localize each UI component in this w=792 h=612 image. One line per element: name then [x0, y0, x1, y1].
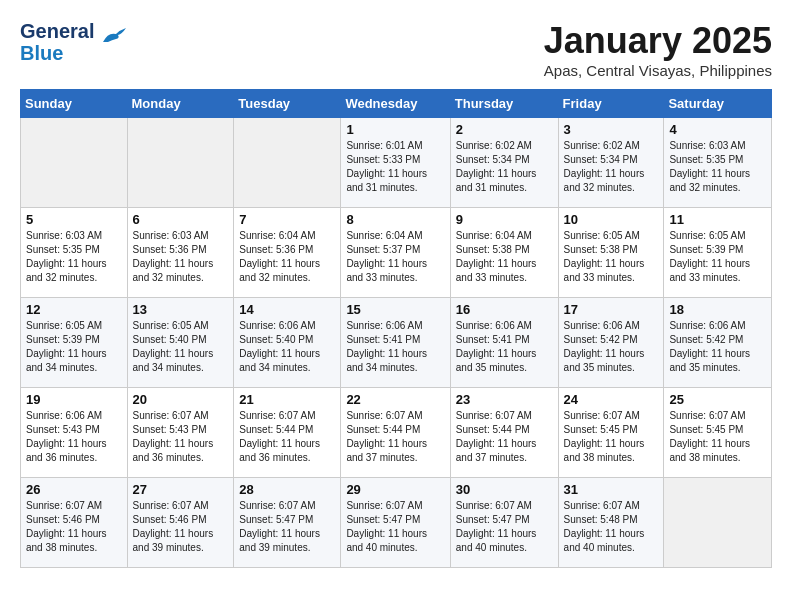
sunset-text: Sunset: 5:37 PM: [346, 244, 420, 255]
logo-text-general: General: [20, 20, 94, 42]
sunset-text: Sunset: 5:35 PM: [26, 244, 100, 255]
header-cell-monday: Monday: [127, 90, 234, 118]
sunrise-text: Sunrise: 6:03 AM: [133, 230, 209, 241]
sunrise-text: Sunrise: 6:07 AM: [133, 500, 209, 511]
sunset-text: Sunset: 5:38 PM: [456, 244, 530, 255]
day-info: Sunrise: 6:07 AMSunset: 5:43 PMDaylight:…: [133, 409, 229, 465]
day-info: Sunrise: 6:07 AMSunset: 5:44 PMDaylight:…: [346, 409, 444, 465]
sunrise-text: Sunrise: 6:03 AM: [26, 230, 102, 241]
header-cell-thursday: Thursday: [450, 90, 558, 118]
sunrise-text: Sunrise: 6:06 AM: [564, 320, 640, 331]
daylight-text: Daylight: 11 hours and 33 minutes.: [669, 258, 750, 283]
sunrise-text: Sunrise: 6:07 AM: [133, 410, 209, 421]
sunrise-text: Sunrise: 6:04 AM: [456, 230, 532, 241]
sunset-text: Sunset: 5:34 PM: [456, 154, 530, 165]
calendar-cell: 21Sunrise: 6:07 AMSunset: 5:44 PMDayligh…: [234, 388, 341, 478]
day-number: 25: [669, 392, 766, 407]
day-number: 16: [456, 302, 553, 317]
day-info: Sunrise: 6:07 AMSunset: 5:45 PMDaylight:…: [564, 409, 659, 465]
sunrise-text: Sunrise: 6:06 AM: [456, 320, 532, 331]
sunrise-text: Sunrise: 6:04 AM: [346, 230, 422, 241]
sunset-text: Sunset: 5:44 PM: [456, 424, 530, 435]
sunset-text: Sunset: 5:45 PM: [669, 424, 743, 435]
calendar-week-row: 19Sunrise: 6:06 AMSunset: 5:43 PMDayligh…: [21, 388, 772, 478]
day-info: Sunrise: 6:07 AMSunset: 5:44 PMDaylight:…: [239, 409, 335, 465]
calendar-cell: 23Sunrise: 6:07 AMSunset: 5:44 PMDayligh…: [450, 388, 558, 478]
sunset-text: Sunset: 5:46 PM: [133, 514, 207, 525]
day-info: Sunrise: 6:06 AMSunset: 5:41 PMDaylight:…: [456, 319, 553, 375]
day-number: 21: [239, 392, 335, 407]
sunset-text: Sunset: 5:35 PM: [669, 154, 743, 165]
sunrise-text: Sunrise: 6:07 AM: [346, 410, 422, 421]
calendar-title: January 2025: [544, 20, 772, 62]
day-number: 24: [564, 392, 659, 407]
sunrise-text: Sunrise: 6:05 AM: [26, 320, 102, 331]
day-number: 26: [26, 482, 122, 497]
sunrise-text: Sunrise: 6:06 AM: [239, 320, 315, 331]
sunset-text: Sunset: 5:43 PM: [26, 424, 100, 435]
daylight-text: Daylight: 11 hours and 32 minutes.: [564, 168, 645, 193]
sunrise-text: Sunrise: 6:07 AM: [239, 410, 315, 421]
sunset-text: Sunset: 5:39 PM: [669, 244, 743, 255]
page-header: General Blue January 2025 Apas, Central …: [20, 20, 772, 79]
sunset-text: Sunset: 5:47 PM: [346, 514, 420, 525]
daylight-text: Daylight: 11 hours and 32 minutes.: [26, 258, 107, 283]
day-number: 11: [669, 212, 766, 227]
day-number: 17: [564, 302, 659, 317]
calendar-cell: 16Sunrise: 6:06 AMSunset: 5:41 PMDayligh…: [450, 298, 558, 388]
sunset-text: Sunset: 5:36 PM: [239, 244, 313, 255]
sunrise-text: Sunrise: 6:07 AM: [564, 500, 640, 511]
sunrise-text: Sunrise: 6:05 AM: [564, 230, 640, 241]
calendar-cell: 8Sunrise: 6:04 AMSunset: 5:37 PMDaylight…: [341, 208, 450, 298]
header-cell-friday: Friday: [558, 90, 664, 118]
calendar-cell: 20Sunrise: 6:07 AMSunset: 5:43 PMDayligh…: [127, 388, 234, 478]
calendar-cell: 15Sunrise: 6:06 AMSunset: 5:41 PMDayligh…: [341, 298, 450, 388]
daylight-text: Daylight: 11 hours and 31 minutes.: [456, 168, 537, 193]
header-cell-sunday: Sunday: [21, 90, 128, 118]
day-info: Sunrise: 6:07 AMSunset: 5:45 PMDaylight:…: [669, 409, 766, 465]
day-info: Sunrise: 6:05 AMSunset: 5:40 PMDaylight:…: [133, 319, 229, 375]
day-info: Sunrise: 6:05 AMSunset: 5:39 PMDaylight:…: [669, 229, 766, 285]
sunset-text: Sunset: 5:44 PM: [346, 424, 420, 435]
daylight-text: Daylight: 11 hours and 32 minutes.: [133, 258, 214, 283]
sunrise-text: Sunrise: 6:07 AM: [239, 500, 315, 511]
sunset-text: Sunset: 5:46 PM: [26, 514, 100, 525]
logo-text-blue: Blue: [20, 42, 94, 64]
sunset-text: Sunset: 5:45 PM: [564, 424, 638, 435]
sunrise-text: Sunrise: 6:02 AM: [456, 140, 532, 151]
day-number: 3: [564, 122, 659, 137]
day-info: Sunrise: 6:07 AMSunset: 5:48 PMDaylight:…: [564, 499, 659, 555]
sunset-text: Sunset: 5:48 PM: [564, 514, 638, 525]
day-number: 10: [564, 212, 659, 227]
day-number: 2: [456, 122, 553, 137]
day-info: Sunrise: 6:07 AMSunset: 5:46 PMDaylight:…: [133, 499, 229, 555]
day-info: Sunrise: 6:04 AMSunset: 5:38 PMDaylight:…: [456, 229, 553, 285]
daylight-text: Daylight: 11 hours and 33 minutes.: [564, 258, 645, 283]
day-info: Sunrise: 6:07 AMSunset: 5:47 PMDaylight:…: [456, 499, 553, 555]
day-number: 29: [346, 482, 444, 497]
logo: General Blue: [20, 20, 128, 64]
calendar-cell: 9Sunrise: 6:04 AMSunset: 5:38 PMDaylight…: [450, 208, 558, 298]
sunrise-text: Sunrise: 6:07 AM: [564, 410, 640, 421]
day-info: Sunrise: 6:05 AMSunset: 5:39 PMDaylight:…: [26, 319, 122, 375]
daylight-text: Daylight: 11 hours and 34 minutes.: [26, 348, 107, 373]
calendar-week-row: 5Sunrise: 6:03 AMSunset: 5:35 PMDaylight…: [21, 208, 772, 298]
calendar-cell: 17Sunrise: 6:06 AMSunset: 5:42 PMDayligh…: [558, 298, 664, 388]
day-number: 1: [346, 122, 444, 137]
calendar-cell: 27Sunrise: 6:07 AMSunset: 5:46 PMDayligh…: [127, 478, 234, 568]
calendar-cell: 24Sunrise: 6:07 AMSunset: 5:45 PMDayligh…: [558, 388, 664, 478]
sunset-text: Sunset: 5:47 PM: [239, 514, 313, 525]
day-number: 15: [346, 302, 444, 317]
day-number: 4: [669, 122, 766, 137]
sunrise-text: Sunrise: 6:06 AM: [669, 320, 745, 331]
calendar-body: 1Sunrise: 6:01 AMSunset: 5:33 PMDaylight…: [21, 118, 772, 568]
day-number: 23: [456, 392, 553, 407]
day-number: 20: [133, 392, 229, 407]
daylight-text: Daylight: 11 hours and 31 minutes.: [346, 168, 427, 193]
calendar-table: SundayMondayTuesdayWednesdayThursdayFrid…: [20, 89, 772, 568]
sunset-text: Sunset: 5:41 PM: [456, 334, 530, 345]
calendar-cell: 18Sunrise: 6:06 AMSunset: 5:42 PMDayligh…: [664, 298, 772, 388]
calendar-cell: [127, 118, 234, 208]
calendar-subtitle: Apas, Central Visayas, Philippines: [544, 62, 772, 79]
daylight-text: Daylight: 11 hours and 32 minutes.: [239, 258, 320, 283]
